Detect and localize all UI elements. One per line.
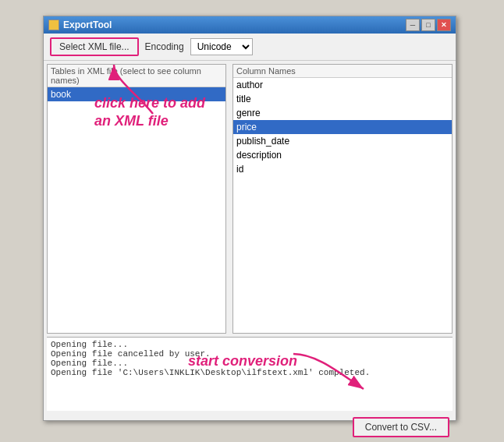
select-xml-button[interactable]: Select XML file...: [50, 37, 139, 56]
log-area: Opening file... Opening file cancelled b…: [47, 337, 453, 411]
column-item-publish-date[interactable]: publish_date: [233, 134, 452, 148]
convert-csv-button[interactable]: Convert to CSV...: [353, 417, 449, 437]
log-line-4: Opening file 'C:\Users\INKLIK\Desktop\il…: [51, 368, 449, 377]
log-line-2: Opening file cancelled by user.: [51, 349, 449, 359]
column-item-author[interactable]: author: [233, 78, 452, 92]
tables-list: book: [48, 87, 225, 333]
title-controls: ─ □ ✕: [406, 19, 451, 31]
column-item-title[interactable]: title: [233, 92, 452, 106]
minimize-button[interactable]: ─: [406, 19, 420, 31]
columns-panel-header: Column Names: [233, 65, 452, 78]
list-item[interactable]: book: [48, 87, 225, 101]
column-item-id[interactable]: id: [233, 162, 452, 176]
columns-panel: Column Names author title genre price pu…: [232, 64, 453, 334]
column-item-price[interactable]: price: [233, 120, 452, 134]
toolbar: Select XML file... Encoding Unicode UTF-…: [44, 34, 456, 61]
app-icon: [48, 19, 59, 30]
bottom-row: Convert to CSV...: [44, 414, 456, 442]
window-title: ExportTool: [63, 19, 406, 30]
close-button[interactable]: ✕: [437, 19, 451, 31]
main-window: ExportTool ─ □ ✕ Select XML file... Enco…: [43, 16, 456, 421]
columns-list: author title genre price publish_date de…: [233, 78, 452, 333]
title-bar: ExportTool ─ □ ✕: [44, 16, 456, 34]
maximize-button[interactable]: □: [421, 19, 435, 31]
tables-panel-header: Tables in XML file (select to see column…: [48, 65, 225, 87]
column-item-description[interactable]: description: [233, 148, 452, 162]
log-line-1: Opening file...: [51, 340, 449, 349]
encoding-select[interactable]: Unicode UTF-8 ASCII: [190, 38, 253, 55]
main-content: Tables in XML file (select to see column…: [44, 61, 456, 334]
encoding-label: Encoding: [145, 41, 184, 52]
tables-panel: Tables in XML file (select to see column…: [47, 64, 226, 334]
column-item-genre[interactable]: genre: [233, 106, 452, 120]
log-line-3: Opening file...: [51, 359, 449, 368]
